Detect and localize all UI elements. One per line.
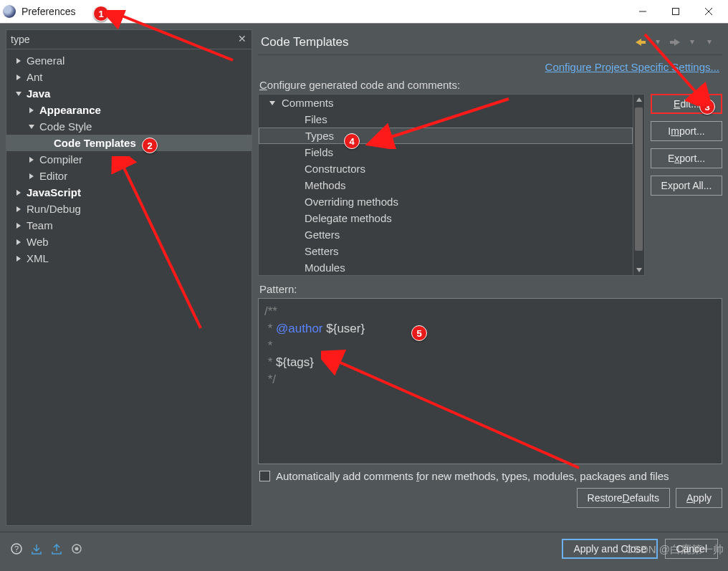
nav-forward-icon[interactable] <box>668 35 682 49</box>
tree-expand-icon <box>14 91 24 97</box>
tree-item-web[interactable]: Web <box>6 234 252 250</box>
nav-back-menu-icon[interactable] <box>651 35 665 49</box>
tree-item-label: General <box>27 54 64 67</box>
clear-search-icon[interactable]: ✕ <box>236 32 249 45</box>
svg-marker-19 <box>690 40 694 44</box>
project-settings-link[interactable]: Configure Project Specific Settings... <box>545 61 719 73</box>
svg-marker-10 <box>29 173 34 179</box>
tree-item-javascript[interactable]: JavaScript <box>6 184 252 201</box>
tree-expand-icon <box>27 124 37 130</box>
tree-item-label: Run/Debug <box>27 203 81 215</box>
nav-back-icon[interactable] <box>633 35 648 49</box>
minimize-button[interactable] <box>626 0 659 23</box>
maximize-button[interactable] <box>659 0 692 23</box>
configure-label: Configure generated code and comments: <box>258 76 722 94</box>
template-node-fields[interactable]: Fields <box>259 144 633 160</box>
template-node-comments[interactable]: Comments <box>259 95 633 111</box>
tree-item-code-style[interactable]: Code Style <box>6 118 252 135</box>
template-node-label: Methods <box>305 179 346 191</box>
svg-marker-22 <box>636 97 642 102</box>
svg-marker-21 <box>269 101 275 105</box>
svg-marker-12 <box>16 206 21 212</box>
tree-item-java[interactable]: Java <box>6 85 252 102</box>
tree-expand-icon <box>267 100 277 106</box>
template-node-constructors[interactable]: Constructors <box>259 160 633 177</box>
template-node-label: Setters <box>305 245 339 257</box>
template-buttons: Edit... Import... Export... Export All..… <box>651 94 722 276</box>
apply-and-close-button[interactable]: Apply and Close <box>562 539 658 559</box>
apply-button[interactable]: Apply <box>676 488 722 508</box>
nav-forward-menu-icon[interactable] <box>685 35 699 49</box>
auto-comments-label: Automatically add comments for new metho… <box>276 470 669 482</box>
templates-tree[interactable]: CommentsFilesTypesFieldsConstructorsMeth… <box>258 94 645 276</box>
svg-text:?: ? <box>14 544 19 553</box>
app-icon <box>3 5 16 18</box>
svg-marker-13 <box>16 223 21 229</box>
export-prefs-icon[interactable] <box>50 542 63 555</box>
template-node-label: Delegate methods <box>305 212 392 224</box>
tree-item-label: JavaScript <box>27 186 81 198</box>
scroll-thumb[interactable] <box>635 107 643 251</box>
view-menu-icon[interactable] <box>702 35 717 49</box>
svg-point-27 <box>75 547 79 551</box>
search-wrap: ✕ <box>6 29 252 49</box>
template-node-delegate-methods[interactable]: Delegate methods <box>259 210 633 226</box>
tree-expand-icon <box>14 58 24 64</box>
template-node-label: Comments <box>282 97 334 109</box>
edit-button[interactable]: Edit... <box>651 94 722 114</box>
tree-item-appearance[interactable]: Appearance <box>6 102 252 118</box>
oomph-icon[interactable] <box>70 542 83 555</box>
tree-expand-icon <box>14 206 24 212</box>
template-node-types[interactable]: Types <box>259 128 633 144</box>
window-title: Preferences <box>21 6 75 17</box>
tree-expand-icon <box>27 157 37 163</box>
svg-marker-5 <box>16 75 21 80</box>
tree-item-general[interactable]: General <box>6 52 252 69</box>
tree-item-run-debug[interactable]: Run/Debug <box>6 201 252 217</box>
tree-item-team[interactable]: Team <box>6 217 252 234</box>
page-title: Code Templates <box>261 35 349 49</box>
filter-input[interactable] <box>6 30 252 49</box>
svg-marker-18 <box>670 39 680 46</box>
template-node-label: Constructors <box>305 163 365 175</box>
tree-item-label: Java <box>27 87 50 100</box>
scrollbar-vertical[interactable] <box>633 95 644 275</box>
close-button[interactable] <box>692 0 725 23</box>
export-button[interactable]: Export... <box>651 148 722 168</box>
svg-marker-8 <box>29 125 34 129</box>
import-button[interactable]: Import... <box>651 121 722 141</box>
scroll-up-icon[interactable] <box>633 95 644 106</box>
restore-defaults-button[interactable]: Restore Defaults <box>577 488 670 508</box>
tree-item-ant[interactable]: Ant <box>6 69 252 85</box>
tree-item-xml[interactable]: XML <box>6 250 252 267</box>
template-node-label: Files <box>305 113 327 125</box>
help-icon[interactable]: ? <box>10 542 23 555</box>
tree-item-label: Editor <box>39 170 67 182</box>
pattern-preview: /** * @author ${user} * * ${tags} */ <box>258 298 722 464</box>
template-node-methods[interactable]: Methods <box>259 177 633 193</box>
svg-marker-4 <box>16 58 21 64</box>
tree-expand-icon <box>14 239 24 245</box>
tree-item-code-templates[interactable]: Code Templates <box>6 135 252 151</box>
tree-item-compiler[interactable]: Compiler <box>6 151 252 168</box>
tree-expand-icon <box>27 107 37 113</box>
tree-expand-icon <box>14 223 24 229</box>
template-node-files[interactable]: Files <box>259 111 633 128</box>
svg-rect-1 <box>673 9 679 15</box>
import-prefs-icon[interactable] <box>30 542 43 555</box>
template-node-getters[interactable]: Getters <box>259 226 633 243</box>
cancel-button[interactable]: Cancel <box>665 539 718 559</box>
template-node-overriding-methods[interactable]: Overriding methods <box>259 193 633 210</box>
template-node-modules[interactable]: Modules <box>259 259 633 275</box>
scroll-down-icon[interactable] <box>633 264 644 275</box>
svg-marker-9 <box>29 157 34 163</box>
tree-item-label: Ant <box>27 71 43 83</box>
template-node-setters[interactable]: Setters <box>259 243 633 259</box>
tree-item-label: Compiler <box>39 153 82 165</box>
auto-comments-checkbox[interactable] <box>259 471 270 481</box>
preferences-tree[interactable]: GeneralAntJavaAppearanceCode StyleCode T… <box>6 49 252 526</box>
export-all-button[interactable]: Export All... <box>651 176 722 196</box>
right-panel: Code Templates Configure Project Specifi… <box>252 29 722 526</box>
tree-item-editor[interactable]: Editor <box>6 168 252 184</box>
tree-item-label: Code Templates <box>54 137 136 149</box>
